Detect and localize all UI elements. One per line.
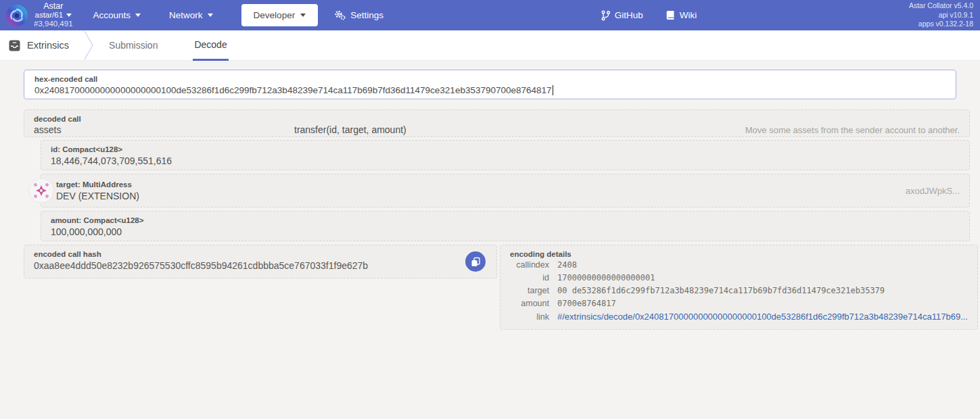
param-amount-value: 100,000,000,000: [51, 225, 960, 239]
nav-accounts-label: Accounts: [93, 10, 131, 20]
detail-value: 17000000000000000001: [557, 272, 655, 285]
param-target-value: DEV (EXTENSION): [56, 189, 960, 203]
tab-decode[interactable]: Decode: [193, 30, 228, 61]
github-label: GitHub: [615, 10, 643, 20]
nav-accounts[interactable]: Accounts: [93, 10, 141, 20]
param-target: target: MultiAddress DEV (EXTENSION) axo…: [41, 174, 970, 207]
decode-permalink[interactable]: #/extrinsics/decode/0x240817000000000000…: [557, 310, 968, 323]
decoded-call-label: decoded call: [34, 114, 960, 124]
param-target-label: target: MultiAddress: [56, 180, 960, 189]
book-icon: [666, 10, 675, 20]
hex-encoded-call-input[interactable]: hex-encoded call 0x240817000000000000000…: [24, 70, 956, 99]
top-nav-bar: Astar astar/61 #3,940,491 Accounts Netwo…: [0, 0, 980, 30]
chevron-down-icon: [66, 14, 72, 17]
decoded-call-panel: decoded call assets transfer(id, target,…: [24, 109, 970, 137]
copy-hash-button[interactable]: [465, 251, 486, 272]
extrinsics-icon: [9, 40, 20, 51]
hash-label: encoded call hash: [34, 249, 487, 259]
decode-page: hex-encoded call 0x240817000000000000000…: [0, 61, 980, 330]
detail-key: target: [510, 285, 549, 297]
chevron-down-icon: [300, 14, 306, 17]
account-identicon[interactable]: [28, 178, 54, 203]
detail-row-amount: amount 0700e8764817: [510, 297, 968, 310]
chain-name: Astar: [34, 2, 73, 11]
param-amount-label: amount: Compact<u128>: [51, 216, 960, 225]
hash-value: 0xaa8ee4ddd50e8232b926575530cffc8595b942…: [34, 259, 487, 272]
section-label: Extrinsics: [27, 40, 69, 51]
chain-selector[interactable]: Astar astar/61 #3,940,491: [34, 2, 73, 28]
hex-input-label: hex-encoded call: [34, 74, 946, 84]
detail-row-link: link #/extrinsics/decode/0x2408170000000…: [510, 310, 968, 324]
hex-input-value: 0x24081700000000000000000100de53286f1d6c…: [34, 85, 552, 95]
detail-row-target: target 00 de53286f1d6c299fb712a3b48239e7…: [510, 285, 968, 297]
section-extrinsics: Extrinsics: [9, 40, 69, 51]
detail-key: callindex: [510, 259, 549, 272]
detail-row-id: id 17000000000000000001: [510, 272, 968, 285]
nav-network-label: Network: [169, 10, 203, 20]
detail-value: 0700e8764817: [557, 297, 616, 310]
tab-submission[interactable]: Submission: [108, 30, 159, 61]
detail-value: 00 de53286f1d6c299fb712a3b48239e714ca117…: [557, 285, 885, 297]
detail-key: id: [510, 272, 549, 285]
param-id-label: id: Compact<u128>: [51, 145, 960, 154]
detail-key: amount: [510, 297, 549, 310]
encoding-details-label: encoding details: [510, 249, 968, 259]
detail-value: 2408: [557, 259, 577, 272]
param-id: id: Compact<u128> 18,446,744,073,709,551…: [41, 140, 970, 170]
gears-icon: [334, 10, 346, 20]
call-doc: Move some assets from the sender account…: [745, 124, 960, 137]
git-branch-icon: [601, 10, 610, 21]
astar-logo-icon[interactable]: [5, 4, 28, 27]
param-amount: amount: Compact<u128> 100,000,000,000: [41, 211, 970, 241]
wiki-link[interactable]: Wiki: [666, 10, 697, 20]
bottom-row: encoded call hash 0xaa8ee4ddd50e8232b926…: [24, 245, 970, 330]
nav-settings-label: Settings: [350, 10, 383, 20]
chevron-down-icon: [208, 14, 213, 17]
nav-network[interactable]: Network: [169, 10, 213, 20]
breadcrumb-chevron-icon: [84, 30, 94, 60]
wiki-label: Wiki: [680, 10, 697, 20]
node-name: astar/61: [35, 11, 64, 20]
chevron-down-icon: [135, 14, 141, 17]
encoding-details-panel: encoding details callindex 2408 id 17000…: [500, 245, 978, 330]
detail-row-callindex: callindex 2408: [510, 259, 968, 272]
detail-key: link: [510, 311, 549, 324]
block-number: #3,940,491: [34, 20, 73, 28]
tab-bar: Extrinsics Submission Decode: [0, 30, 980, 61]
nav-developer-label: Developer: [254, 10, 296, 20]
call-pallet: assets: [34, 124, 294, 137]
node-version: Astar Collator v5.4.0: [909, 1, 973, 11]
nav-settings[interactable]: Settings: [334, 10, 383, 20]
apps-version: apps v0.132.2-18: [909, 20, 973, 29]
copy-icon: [471, 257, 481, 267]
version-info: Astar Collator v5.4.0 api v10.9.1 apps v…: [909, 1, 973, 29]
param-target-address-hint: axodJWpkS...: [906, 186, 960, 196]
call-method: transfer(id, target, amount): [294, 124, 745, 137]
api-version: api v10.9.1: [909, 11, 973, 20]
text-cursor: [553, 85, 553, 95]
nav-developer[interactable]: Developer: [241, 4, 319, 26]
param-id-value: 18,446,744,073,709,551,616: [51, 154, 960, 168]
github-link[interactable]: GitHub: [601, 10, 643, 21]
encoded-call-hash-panel: encoded call hash 0xaa8ee4ddd50e8232b926…: [24, 245, 497, 278]
